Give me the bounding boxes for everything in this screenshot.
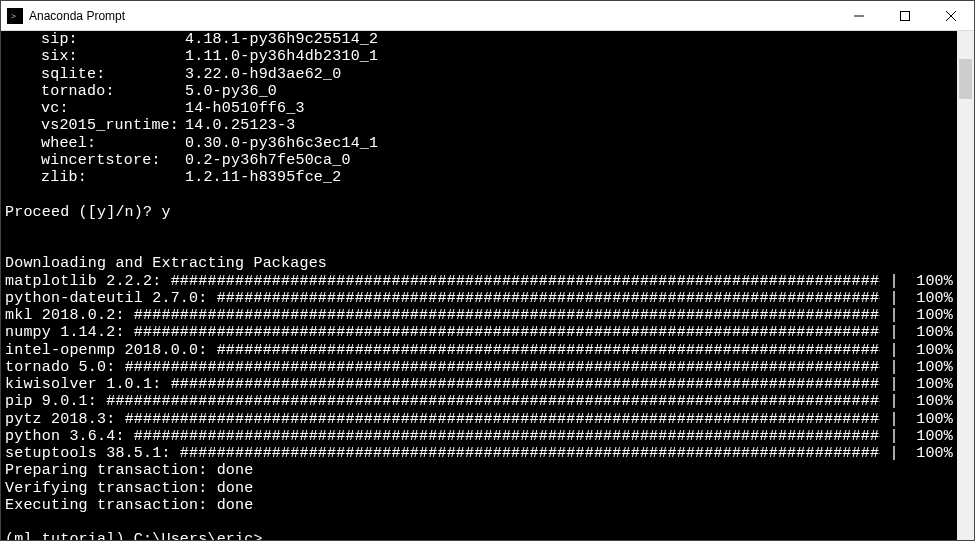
download-label: kiwisolver 1.0.1: (5, 376, 171, 393)
progress-percent: 100% (908, 290, 953, 307)
download-row: python 3.6.4: ##########################… (5, 428, 953, 445)
indent (5, 117, 41, 134)
download-label: python 3.6.4: (5, 428, 134, 445)
package-name: sip: (41, 31, 185, 48)
download-row: intel-openmp 2018.0.0: #################… (5, 342, 953, 359)
proceed-line: Proceed ([y]/n)? y (5, 204, 953, 221)
maximize-button[interactable] (882, 1, 928, 30)
shell-prompt: (ml_tutorial) C:\Users\eric> (5, 531, 263, 540)
blank-line (5, 514, 953, 531)
indent (5, 152, 41, 169)
package-row: sip:4.18.1-py36h9c25514_2 (5, 31, 953, 48)
progress-separator: | (880, 342, 908, 359)
download-label: pip 9.0.1: (5, 393, 106, 410)
progress-bar: ########################################… (134, 307, 881, 324)
svg-rect-3 (901, 11, 910, 20)
progress-percent: 100% (908, 359, 953, 376)
progress-separator: | (880, 393, 908, 410)
package-name: tornado: (41, 83, 185, 100)
download-label: setuptools 38.5.1: (5, 445, 180, 462)
minimize-button[interactable] (836, 1, 882, 30)
progress-separator: | (880, 376, 908, 393)
indent (5, 169, 41, 186)
download-label: numpy 1.14.2: (5, 324, 134, 341)
svg-text:>: > (11, 11, 16, 21)
blank-line (5, 186, 953, 203)
package-version: 1.11.0-py36h4db2310_1 (185, 48, 378, 65)
download-label: python-dateutil 2.7.0: (5, 290, 217, 307)
indent (5, 83, 41, 100)
package-name: vs2015_runtime: (41, 117, 185, 134)
progress-percent: 100% (908, 376, 953, 393)
package-row: vs2015_runtime:14.0.25123-3 (5, 117, 953, 134)
download-row: matplotlib 2.2.2: ######################… (5, 273, 953, 290)
indent (5, 31, 41, 48)
progress-separator: | (880, 445, 908, 462)
package-row: six:1.11.0-py36h4db2310_1 (5, 48, 953, 65)
progress-bar: ########################################… (217, 342, 881, 359)
download-row: kiwisolver 1.0.1: ######################… (5, 376, 953, 393)
download-row: mkl 2018.0.2: ##########################… (5, 307, 953, 324)
package-version: 14.0.25123-3 (185, 117, 295, 134)
transaction-line: Preparing transaction: done (5, 462, 953, 479)
package-version: 3.22.0-h9d3ae62_0 (185, 66, 341, 83)
terminal-output[interactable]: sip:4.18.1-py36h9c25514_2 six:1.11.0-py3… (1, 31, 957, 540)
package-name: six: (41, 48, 185, 65)
package-name: sqlite: (41, 66, 185, 83)
package-row: wincertstore:0.2-py36h7fe50ca_0 (5, 152, 953, 169)
scrollbar-thumb[interactable] (959, 59, 972, 99)
package-name: zlib: (41, 169, 185, 186)
download-label: tornado 5.0: (5, 359, 125, 376)
scrollbar-track[interactable] (957, 31, 974, 540)
progress-percent: 100% (908, 324, 953, 341)
download-row: numpy 1.14.2: ##########################… (5, 324, 953, 341)
titlebar[interactable]: > Anaconda Prompt (1, 1, 974, 31)
download-label: matplotlib 2.2.2: (5, 273, 171, 290)
prompt-line: (ml_tutorial) C:\Users\eric> (5, 531, 953, 540)
package-version: 0.2-py36h7fe50ca_0 (185, 152, 351, 169)
download-row: tornado 5.0: ###########################… (5, 359, 953, 376)
download-row: pytz 2018.3: ###########################… (5, 411, 953, 428)
terminal-wrapper: sip:4.18.1-py36h9c25514_2 six:1.11.0-py3… (1, 31, 974, 540)
progress-separator: | (880, 273, 908, 290)
progress-separator: | (880, 428, 908, 445)
progress-percent: 100% (908, 273, 953, 290)
progress-percent: 100% (908, 307, 953, 324)
indent (5, 100, 41, 117)
package-version: 4.18.1-py36h9c25514_2 (185, 31, 378, 48)
transaction-line: Verifying transaction: done (5, 480, 953, 497)
indent (5, 135, 41, 152)
transaction-line: Executing transaction: done (5, 497, 953, 514)
progress-bar: ########################################… (125, 359, 881, 376)
package-row: tornado:5.0-py36_0 (5, 83, 953, 100)
close-button[interactable] (928, 1, 974, 30)
progress-separator: | (880, 307, 908, 324)
progress-bar: ########################################… (134, 324, 881, 341)
package-version: 1.2.11-h8395fce_2 (185, 169, 341, 186)
package-name: wheel: (41, 135, 185, 152)
indent (5, 66, 41, 83)
progress-separator: | (880, 324, 908, 341)
window-controls (836, 1, 974, 30)
download-label: pytz 2018.3: (5, 411, 125, 428)
progress-bar: ########################################… (134, 428, 881, 445)
package-row: wheel:0.30.0-py36h6c3ec14_1 (5, 135, 953, 152)
package-row: vc:14-h0510ff6_3 (5, 100, 953, 117)
progress-percent: 100% (908, 411, 953, 428)
terminal-icon: > (7, 8, 23, 24)
progress-separator: | (880, 359, 908, 376)
progress-bar: ########################################… (106, 393, 880, 410)
proceed-prompt: Proceed ([y]/n)? (5, 204, 161, 221)
progress-bar: ########################################… (217, 290, 881, 307)
proceed-answer: y (161, 204, 170, 221)
package-version: 0.30.0-py36h6c3ec14_1 (185, 135, 378, 152)
download-row: pip 9.0.1: #############################… (5, 393, 953, 410)
downloading-header: Downloading and Extracting Packages (5, 255, 953, 272)
progress-bar: ########################################… (180, 445, 881, 462)
blank-line (5, 238, 953, 255)
package-row: sqlite:3.22.0-h9d3ae62_0 (5, 66, 953, 83)
progress-percent: 100% (908, 342, 953, 359)
progress-bar: ########################################… (171, 376, 881, 393)
download-label: mkl 2018.0.2: (5, 307, 134, 324)
package-version: 14-h0510ff6_3 (185, 100, 305, 117)
